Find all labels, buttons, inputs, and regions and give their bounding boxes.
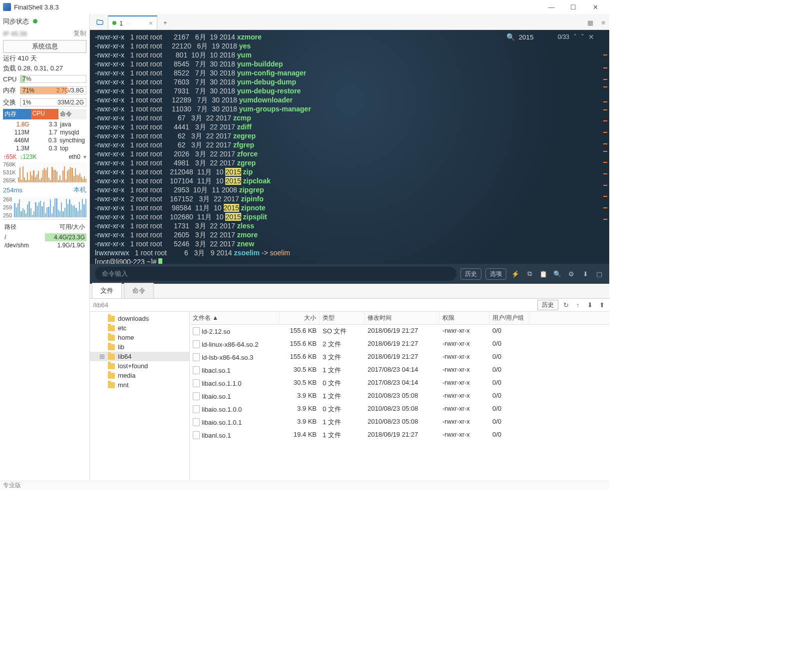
chevron-down-icon[interactable]: ▾ bbox=[83, 153, 86, 160]
terminal-line: -rwxr-xr-x 1 root root 62 3月 22 2017 zeg… bbox=[95, 132, 604, 141]
options-button[interactable]: 选项 bbox=[485, 268, 506, 280]
col-perm[interactable]: 权限 bbox=[439, 312, 489, 324]
search-close-icon[interactable]: ✕ bbox=[588, 33, 594, 41]
file-icon bbox=[193, 379, 200, 387]
file-row[interactable]: ld-lsb-x86-64.so.3155.6 KB3 文件2018/06/19… bbox=[190, 351, 609, 364]
file-area: downloadsetchomelib⊞lib64lost+foundmedia… bbox=[90, 312, 609, 481]
file-icon bbox=[193, 366, 200, 374]
app-title: FinalShell 3.8.3 bbox=[14, 3, 540, 11]
terminal-line: lrwxrwxrwx 1 root root 6 3月 9 2014 zsoel… bbox=[95, 249, 604, 258]
net-stats: ↑65K ↓123K eth0▾ bbox=[3, 153, 86, 160]
copy-icon[interactable]: ⧉ bbox=[524, 270, 534, 278]
process-header: 内存 CPU 命令 bbox=[3, 109, 86, 119]
tree-node[interactable]: lost+found bbox=[90, 361, 189, 371]
fullscreen-icon[interactable]: ▢ bbox=[594, 270, 604, 278]
tab-commands[interactable]: 命令 bbox=[124, 283, 154, 298]
tree-node[interactable]: etc bbox=[90, 323, 189, 333]
bolt-icon[interactable]: ⚡ bbox=[510, 270, 520, 278]
swap-pct: 1% bbox=[22, 99, 31, 106]
file-icon bbox=[193, 327, 200, 335]
grid-view-icon[interactable]: ▦ bbox=[584, 15, 596, 29]
tree-node[interactable]: home bbox=[90, 333, 189, 342]
zoom-icon[interactable]: 🔍 bbox=[552, 270, 562, 278]
edition-label: 专业版 bbox=[3, 481, 21, 490]
command-bar: 命令输入 历史 选项 ⚡ ⧉ 📋 🔍 ⚙ ⬇ ▢ bbox=[90, 264, 609, 284]
file-row[interactable]: libanl.so.119.4 KB1 文件2018/06/19 21:27-r… bbox=[190, 429, 609, 442]
file-row[interactable]: libacl.so.130.5 KB1 文件2017/08/23 04:14-r… bbox=[190, 364, 609, 377]
axis2-1: 259 bbox=[3, 204, 12, 210]
path-history-button[interactable]: 历史 bbox=[537, 300, 558, 310]
tree-node[interactable]: mnt bbox=[90, 380, 189, 390]
col-time[interactable]: 修改时间 bbox=[365, 312, 439, 324]
file-row[interactable]: libaio.so.13.9 KB1 文件2010/08/23 05:08-rw… bbox=[190, 390, 609, 403]
terminal-line: -rwxr-xr-x 1 root root 7931 7月 30 2018 y… bbox=[95, 87, 604, 96]
history-button[interactable]: 历史 bbox=[460, 268, 481, 280]
file-list-header: 文件名 ▲ 大小 类型 修改时间 权限 用户/用户组 bbox=[190, 312, 609, 325]
terminal[interactable]: 🔍 0/33 ˄ ˅ ✕ -rwxr-xr-x 1 root root 2167… bbox=[90, 30, 609, 264]
shell-prompt: [root@li900-223 ~]# bbox=[95, 258, 157, 264]
command-input[interactable]: 命令输入 bbox=[95, 267, 456, 281]
search-count: 0/33 bbox=[558, 33, 569, 40]
tree-node[interactable]: lib bbox=[90, 342, 189, 352]
file-row[interactable]: ld-linux-x86-64.so.2155.6 KB2 文件2018/06/… bbox=[190, 338, 609, 351]
col-size[interactable]: 大小 bbox=[280, 312, 320, 324]
download-file-icon[interactable]: ⬇ bbox=[585, 301, 594, 309]
col-type[interactable]: 类型 bbox=[320, 312, 365, 324]
ping-row: 254ms 本机 bbox=[3, 184, 86, 195]
col-name[interactable]: 文件名 ▲ bbox=[190, 312, 280, 324]
file-row[interactable]: libaio.so.1.0.03.9 KB0 文件2010/08/23 05:0… bbox=[190, 403, 609, 416]
tab-files[interactable]: 文件 bbox=[92, 283, 122, 298]
titlebar: FinalShell 3.8.3 — ☐ ✕ bbox=[0, 0, 609, 14]
net-down: 123K bbox=[22, 153, 36, 160]
copy-link[interactable]: 复制 bbox=[73, 29, 86, 38]
search-prev-icon[interactable]: ˄ bbox=[573, 33, 577, 41]
status-bar: 专业版 bbox=[0, 481, 609, 490]
process-row[interactable]: 446M0.3syncthing bbox=[3, 136, 86, 144]
sidebar: 同步状态 IP 45.56 复制 系统信息 运行 410 天 负载 0.28, … bbox=[0, 14, 90, 481]
file-row[interactable]: libaio.so.1.0.13.9 KB1 文件2010/08/23 05:0… bbox=[190, 416, 609, 429]
terminal-line: -rwxr-xr-x 1 root root 2026 3月 22 2017 z… bbox=[95, 150, 604, 159]
terminal-line: -rwxr-xr-x 1 root root 22120 6月 19 2018 … bbox=[95, 42, 604, 51]
col-user[interactable]: 用户/用户组 bbox=[489, 312, 529, 324]
disk-row[interactable]: /dev/shm1.9G/1.9G bbox=[3, 241, 86, 249]
gear-icon[interactable]: ⚙ bbox=[566, 270, 576, 278]
proc-h-cpu[interactable]: CPU bbox=[31, 109, 59, 119]
up-icon[interactable]: ↑ bbox=[573, 301, 582, 309]
terminal-line: -rwxr-xr-x 1 root root 11030 7月 30 2018 … bbox=[95, 105, 604, 114]
current-path[interactable]: /lib64 bbox=[93, 301, 534, 309]
proc-h-mem[interactable]: 内存 bbox=[3, 109, 31, 119]
process-row[interactable]: 113M1.7mysqld bbox=[3, 128, 86, 136]
search-input[interactable] bbox=[519, 33, 554, 41]
terminal-line: -rwxr-xr-x 1 root root 4981 3月 22 2017 z… bbox=[95, 159, 604, 168]
download-icon[interactable]: ⬇ bbox=[580, 270, 590, 278]
session-tab[interactable]: 1 ··· × bbox=[108, 15, 157, 29]
upload-file-icon[interactable]: ⬆ bbox=[597, 301, 606, 309]
ping-host[interactable]: 本机 bbox=[73, 185, 86, 194]
tree-node[interactable]: downloads bbox=[90, 314, 189, 323]
refresh-icon[interactable]: ↻ bbox=[561, 301, 570, 309]
file-row[interactable]: ld-2.12.so155.6 KBSO 文件2018/06/19 21:27-… bbox=[190, 325, 609, 338]
cpu-bar: 7% bbox=[20, 75, 86, 83]
proc-h-cmd[interactable]: 命令 bbox=[58, 109, 86, 119]
disk-h-size: 可用/大小 bbox=[45, 222, 87, 232]
list-view-icon[interactable]: ≡ bbox=[597, 15, 609, 29]
maximize-button[interactable]: ☐ bbox=[562, 0, 584, 14]
process-row[interactable]: 1.8G3.3java bbox=[3, 120, 86, 128]
search-next-icon[interactable]: ˅ bbox=[581, 33, 584, 41]
paste-icon[interactable]: 📋 bbox=[538, 270, 548, 278]
close-button[interactable]: ✕ bbox=[584, 0, 606, 14]
minimize-button[interactable]: — bbox=[540, 0, 562, 14]
close-tab-icon[interactable]: × bbox=[149, 19, 153, 27]
minimap[interactable] bbox=[602, 45, 607, 234]
new-tab-button[interactable]: + bbox=[158, 15, 172, 29]
folder-icon[interactable] bbox=[93, 15, 107, 29]
tree-node[interactable]: ⊞lib64 bbox=[90, 352, 189, 361]
tree-node[interactable]: media bbox=[90, 371, 189, 380]
disk-row[interactable]: /4.4G/23.3G bbox=[3, 233, 86, 241]
folder-tree[interactable]: downloadsetchomelib⊞lib64lost+foundmedia… bbox=[90, 312, 190, 481]
process-row[interactable]: 1.3M0.3top bbox=[3, 144, 86, 152]
file-row[interactable]: libacl.so.1.1.030.5 KB0 文件2017/08/23 04:… bbox=[190, 377, 609, 390]
system-info-button[interactable]: 系统信息 bbox=[3, 40, 86, 53]
search-icon[interactable]: 🔍 bbox=[506, 33, 515, 41]
net-iface[interactable]: eth0 bbox=[69, 153, 80, 160]
